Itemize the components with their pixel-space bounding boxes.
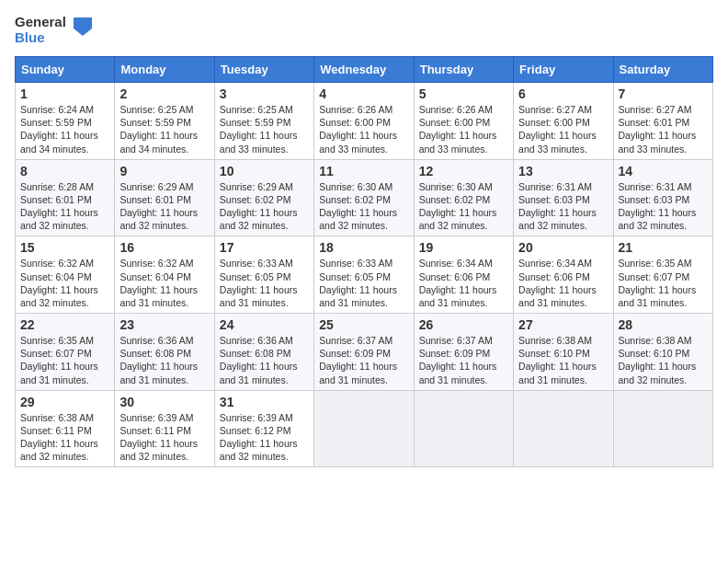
day-info: Sunrise: 6:38 AMSunset: 6:10 PMDaylight:… [619,334,708,386]
logo-blue-text: Blue [15,30,66,46]
day-number: 17 [220,240,309,255]
weekday-header-row: SundayMondayTuesdayWednesdayThursdayFrid… [16,57,713,83]
calendar-cell: 5 Sunrise: 6:26 AMSunset: 6:00 PMDayligh… [414,83,513,160]
calendar-cell [613,390,712,467]
day-info: Sunrise: 6:34 AMSunset: 6:06 PMDaylight:… [419,257,508,309]
weekday-header-monday: Monday [115,57,214,83]
day-number: 8 [20,164,109,178]
day-number: 6 [518,86,608,101]
calendar-cell: 26 Sunrise: 6:37 AMSunset: 6:09 PMDaylig… [414,314,513,391]
day-number: 20 [518,240,608,255]
day-info: Sunrise: 6:29 AMSunset: 6:01 PMDaylight:… [119,180,209,233]
calendar-cell: 25 Sunrise: 6:37 AMSunset: 6:09 PMDaylig… [314,314,414,391]
day-info: Sunrise: 6:35 AMSunset: 6:07 PMDaylight:… [619,257,708,309]
calendar-cell: 27 Sunrise: 6:38 AMSunset: 6:10 PMDaylig… [514,314,613,391]
calendar-cell: 20 Sunrise: 6:34 AMSunset: 6:06 PMDaylig… [514,236,613,314]
day-info: Sunrise: 6:30 AMSunset: 6:02 PMDaylight:… [419,180,508,233]
logo-general-text: General [15,15,66,30]
calendar-cell: 18 Sunrise: 6:33 AMSunset: 6:05 PMDaylig… [314,236,414,314]
calendar-cell [314,390,414,467]
day-info: Sunrise: 6:31 AMSunset: 6:03 PMDaylight:… [619,180,708,233]
day-info: Sunrise: 6:27 AMSunset: 6:01 PMDaylight:… [619,103,708,155]
day-number: 14 [619,164,708,178]
day-info: Sunrise: 6:25 AMSunset: 5:59 PMDaylight:… [220,103,309,155]
weekday-header-thursday: Thursday [414,57,513,83]
weekday-header-friday: Friday [514,57,613,83]
calendar-cell: 17 Sunrise: 6:33 AMSunset: 6:05 PMDaylig… [214,236,313,314]
day-number: 31 [220,395,309,409]
day-number: 4 [319,86,408,101]
calendar-table: SundayMondayTuesdayWednesdayThursdayFrid… [15,56,713,467]
calendar-cell: 8 Sunrise: 6:28 AMSunset: 6:01 PMDayligh… [16,159,115,236]
day-number: 24 [220,317,309,332]
day-number: 26 [419,317,508,332]
day-number: 25 [319,317,408,332]
day-info: Sunrise: 6:38 AMSunset: 6:10 PMDaylight:… [518,334,608,386]
calendar-week-row: 1 Sunrise: 6:24 AMSunset: 5:59 PMDayligh… [16,83,713,160]
calendar-cell: 21 Sunrise: 6:35 AMSunset: 6:07 PMDaylig… [613,236,712,314]
day-info: Sunrise: 6:26 AMSunset: 6:00 PMDaylight:… [319,103,408,155]
day-number: 5 [419,86,508,101]
day-info: Sunrise: 6:27 AMSunset: 6:00 PMDaylight:… [518,103,608,155]
calendar-cell: 14 Sunrise: 6:31 AMSunset: 6:03 PMDaylig… [613,159,712,236]
calendar-cell: 15 Sunrise: 6:32 AMSunset: 6:04 PMDaylig… [16,236,115,314]
day-info: Sunrise: 6:33 AMSunset: 6:05 PMDaylight:… [220,257,309,309]
calendar-cell: 19 Sunrise: 6:34 AMSunset: 6:06 PMDaylig… [414,236,513,314]
day-info: Sunrise: 6:32 AMSunset: 6:04 PMDaylight:… [20,257,109,309]
day-number: 3 [220,86,309,101]
logo: General Blue [15,15,92,45]
calendar-cell [514,390,613,467]
day-number: 27 [518,317,608,332]
day-number: 2 [119,86,209,101]
weekday-header-wednesday: Wednesday [314,57,414,83]
day-number: 13 [518,164,608,178]
calendar-cell: 13 Sunrise: 6:31 AMSunset: 6:03 PMDaylig… [514,159,613,236]
day-number: 18 [319,240,408,255]
day-info: Sunrise: 6:30 AMSunset: 6:02 PMDaylight:… [319,180,408,233]
calendar-cell: 31 Sunrise: 6:39 AMSunset: 6:12 PMDaylig… [214,390,313,467]
weekday-header-saturday: Saturday [613,57,712,83]
day-number: 12 [419,164,508,178]
day-number: 9 [119,164,209,178]
day-info: Sunrise: 6:34 AMSunset: 6:06 PMDaylight:… [518,257,608,309]
day-number: 29 [20,395,109,409]
day-info: Sunrise: 6:24 AMSunset: 5:59 PMDaylight:… [20,103,109,155]
day-info: Sunrise: 6:37 AMSunset: 6:09 PMDaylight:… [419,334,508,386]
calendar-cell [414,390,513,467]
calendar-cell: 9 Sunrise: 6:29 AMSunset: 6:01 PMDayligh… [115,159,214,236]
day-info: Sunrise: 6:38 AMSunset: 6:11 PMDaylight:… [20,411,109,464]
calendar-cell: 2 Sunrise: 6:25 AMSunset: 5:59 PMDayligh… [115,83,214,160]
calendar-cell: 10 Sunrise: 6:29 AMSunset: 6:02 PMDaylig… [214,159,313,236]
day-number: 22 [20,317,109,332]
calendar-cell: 6 Sunrise: 6:27 AMSunset: 6:00 PMDayligh… [514,83,613,160]
calendar-cell: 29 Sunrise: 6:38 AMSunset: 6:11 PMDaylig… [16,390,115,467]
day-number: 28 [619,317,708,332]
calendar-cell: 23 Sunrise: 6:36 AMSunset: 6:08 PMDaylig… [115,314,214,391]
day-info: Sunrise: 6:39 AMSunset: 6:11 PMDaylight:… [119,411,209,464]
day-number: 19 [419,240,508,255]
calendar-cell: 3 Sunrise: 6:25 AMSunset: 5:59 PMDayligh… [214,83,313,160]
day-number: 21 [619,240,708,255]
day-info: Sunrise: 6:36 AMSunset: 6:08 PMDaylight:… [220,334,309,386]
calendar-cell: 4 Sunrise: 6:26 AMSunset: 6:00 PMDayligh… [314,83,414,160]
calendar-cell: 7 Sunrise: 6:27 AMSunset: 6:01 PMDayligh… [613,83,712,160]
logo-wordmark: General Blue [15,15,66,45]
day-number: 7 [619,86,708,101]
weekday-header-tuesday: Tuesday [214,57,313,83]
calendar-cell: 1 Sunrise: 6:24 AMSunset: 5:59 PMDayligh… [16,83,115,160]
calendar-cell: 12 Sunrise: 6:30 AMSunset: 6:02 PMDaylig… [414,159,513,236]
logo-chevron-icon [74,17,92,43]
day-info: Sunrise: 6:29 AMSunset: 6:02 PMDaylight:… [220,180,309,233]
day-number: 10 [220,164,309,178]
day-info: Sunrise: 6:39 AMSunset: 6:12 PMDaylight:… [220,411,309,464]
calendar-cell: 28 Sunrise: 6:38 AMSunset: 6:10 PMDaylig… [613,314,712,391]
calendar-week-row: 29 Sunrise: 6:38 AMSunset: 6:11 PMDaylig… [16,390,713,467]
day-info: Sunrise: 6:26 AMSunset: 6:00 PMDaylight:… [419,103,508,155]
calendar-week-row: 22 Sunrise: 6:35 AMSunset: 6:07 PMDaylig… [16,314,713,391]
calendar-cell: 11 Sunrise: 6:30 AMSunset: 6:02 PMDaylig… [314,159,414,236]
calendar-week-row: 15 Sunrise: 6:32 AMSunset: 6:04 PMDaylig… [16,236,713,314]
day-number: 30 [119,395,209,409]
day-info: Sunrise: 6:31 AMSunset: 6:03 PMDaylight:… [518,180,608,233]
day-info: Sunrise: 6:36 AMSunset: 6:08 PMDaylight:… [119,334,209,386]
day-info: Sunrise: 6:37 AMSunset: 6:09 PMDaylight:… [319,334,408,386]
